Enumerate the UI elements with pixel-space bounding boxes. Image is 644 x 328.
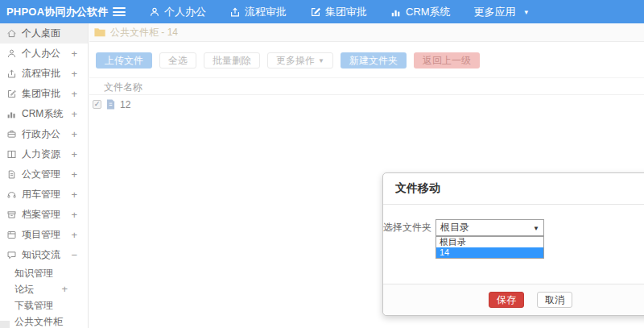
folder-select-row: 选择文件夹 根目录 ▼ 根目录 14 (383, 219, 544, 236)
dialog-title: 文件移动 (395, 181, 440, 196)
expand-toggle[interactable]: + (71, 148, 77, 160)
button-label: 上传文件 (105, 54, 143, 68)
sidebar-item-label: 流程审批 (22, 67, 60, 81)
button-label: 更多操作 (276, 54, 315, 68)
nav-item-group-approval[interactable]: 集团审批 (310, 5, 367, 19)
button-label: 取消 (545, 293, 564, 307)
home-icon (6, 28, 17, 39)
expand-toggle[interactable]: + (71, 128, 77, 140)
expand-toggle[interactable]: + (71, 108, 77, 120)
button-label: 返回上一级 (423, 54, 471, 68)
sidebar-item-group-approval[interactable]: 集团审批 + (0, 84, 88, 104)
sidebar-item-label: 集团审批 (22, 87, 60, 101)
nav-item-label: 流程审批 (245, 5, 287, 19)
top-navbar: PHPOA协同办公软件 个人办公 流程审批 集团审批 CRM系统 更多应用 ▾ (0, 0, 644, 23)
expand-toggle[interactable]: − (71, 249, 77, 261)
select-all-button[interactable]: 全选 (159, 52, 196, 69)
menu-icon[interactable] (113, 7, 126, 16)
sidebar-subitem-knowledge-management[interactable]: 知识管理 (0, 265, 88, 281)
nav-item-workflow-approval[interactable]: 流程审批 (229, 5, 287, 19)
sidebar-item-workflow-approval[interactable]: 流程审批 + (0, 64, 88, 84)
dialog-header: 文件移动 (383, 173, 644, 205)
sidebar-subitem-label: 下载管理 (14, 300, 53, 311)
sidebar-item-doc-management[interactable]: 公文管理 + (0, 164, 88, 185)
chart-icon (390, 6, 402, 18)
headset-icon (6, 189, 17, 200)
sidebar: 个人桌面 个人办公 + 流程审批 + 集团审批 + CRM系统 + 行政办公 +… (0, 23, 89, 328)
folder-select-label: 选择文件夹 (383, 221, 436, 235)
sidebar-item-label: 用车管理 (22, 188, 60, 201)
option-14[interactable]: 14 (436, 247, 543, 258)
sidebar-item-label: 个人办公 (22, 47, 60, 60)
go-back-button[interactable]: 返回上一级 (414, 52, 480, 69)
sidebar-item-admin-office[interactable]: 行政办公 + (0, 124, 88, 144)
sidebar-item-label: CRM系统 (22, 107, 63, 121)
nav-item-label: 个人办公 (164, 5, 206, 19)
nav-item-crm[interactable]: CRM系统 (390, 5, 451, 19)
caret-down-icon: ▾ (525, 8, 529, 16)
nav-item-label: 集团审批 (325, 5, 367, 19)
scrollbar-corner (0, 321, 10, 328)
expand-toggle[interactable]: + (71, 229, 77, 241)
sidebar-item-project-management[interactable]: 项目管理 + (0, 225, 88, 245)
file-icon (106, 99, 115, 110)
file-move-dialog: 文件移动 选择文件夹 根目录 ▼ 根目录 14 保存 取消 (382, 172, 644, 316)
chat-icon (6, 250, 17, 260)
table-row[interactable]: ✓ 12 (89, 95, 644, 114)
upload-file-button[interactable]: 上传文件 (96, 52, 152, 69)
sidebar-subitem-forum[interactable]: 论坛 + (0, 281, 88, 297)
sidebar-item-archive-management[interactable]: 档案管理 + (0, 205, 88, 225)
expand-toggle[interactable]: + (71, 68, 77, 80)
folder-select-options: 根目录 14 (436, 236, 544, 259)
batch-delete-button[interactable]: 批量删除 (204, 52, 260, 69)
user-icon (149, 6, 160, 18)
chart-icon (6, 109, 17, 119)
sidebar-item-vehicle-management[interactable]: 用车管理 + (0, 185, 88, 205)
caret-down-icon: ▼ (318, 57, 324, 64)
folder-select[interactable]: 根目录 ▼ 根目录 14 (436, 219, 544, 236)
nav-item-personal-office[interactable]: 个人办公 (149, 5, 206, 19)
edit-icon (6, 89, 17, 99)
button-label: 新建文件夹 (349, 54, 398, 68)
expand-toggle[interactable]: + (71, 189, 77, 201)
sidebar-item-crm[interactable]: CRM系统 + (0, 104, 88, 124)
expand-toggle[interactable]: + (71, 48, 77, 60)
file-name: 12 (120, 99, 130, 110)
dialog-footer: 保存 取消 (383, 284, 644, 315)
save-button[interactable]: 保存 (489, 292, 524, 308)
sidebar-item-label: 档案管理 (22, 208, 60, 222)
new-folder-button[interactable]: 新建文件夹 (341, 52, 407, 69)
sidebar-item-personal-desktop[interactable]: 个人桌面 (0, 23, 88, 44)
expand-toggle[interactable]: + (71, 88, 77, 100)
archive-icon (6, 210, 17, 220)
edit-icon (310, 6, 321, 18)
cancel-button[interactable]: 取消 (537, 292, 572, 308)
nav-item-more-apps[interactable]: 更多应用 ▾ (474, 5, 529, 19)
sidebar-item-label: 行政办公 (22, 127, 60, 141)
user-icon (6, 48, 17, 59)
upload-icon (229, 6, 241, 18)
nav-item-label: CRM系统 (406, 5, 451, 19)
book-icon (6, 149, 17, 160)
more-actions-button[interactable]: 更多操作 ▼ (267, 52, 333, 69)
dialog-body: 选择文件夹 根目录 ▼ 根目录 14 (383, 205, 644, 284)
nav-item-label: 更多应用 (474, 5, 516, 19)
breadcrumb-text: 公共文件柜 - 14 (110, 26, 178, 39)
sidebar-item-knowledge-exchange[interactable]: 知识交流 − (0, 245, 88, 265)
sidebar-item-label: 项目管理 (22, 228, 60, 242)
sidebar-item-hr[interactable]: 人力资源 + (0, 144, 88, 164)
option-root[interactable]: 根目录 (436, 237, 543, 247)
row-checkbox[interactable]: ✓ (93, 100, 101, 109)
expand-toggle[interactable]: + (61, 281, 68, 297)
sidebar-subitem-label: 知识管理 (14, 268, 53, 279)
sidebar-subitem-download-management[interactable]: 下载管理 (0, 297, 88, 313)
document-icon (6, 169, 17, 180)
file-table-header: 文件名称 (89, 77, 644, 95)
sidebar-subitem-public-file-cabinet[interactable]: 公共文件柜 (0, 313, 88, 328)
sidebar-item-personal-office[interactable]: 个人办公 + (0, 44, 88, 64)
expand-toggle[interactable]: + (71, 168, 77, 181)
folder-icon (94, 27, 105, 37)
sidebar-subitem-label: 论坛 (14, 284, 34, 295)
expand-toggle[interactable]: + (71, 209, 77, 221)
breadcrumb: 公共文件柜 - 14 (89, 23, 644, 42)
